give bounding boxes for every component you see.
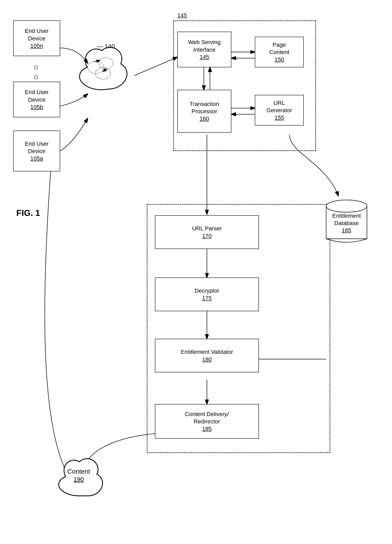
end-user-n-number: 105n bbox=[30, 43, 43, 49]
entitlement-validator-label: Entitlement Validator bbox=[181, 348, 233, 356]
content-label-group: Content 190 bbox=[67, 467, 90, 483]
entitlement-db-number: 165 bbox=[342, 227, 352, 233]
svg-point-16 bbox=[95, 68, 111, 79]
url-generator-label: URLGenerator bbox=[266, 99, 292, 114]
end-user-b-number: 105b bbox=[30, 104, 43, 110]
content-number: 190 bbox=[74, 476, 84, 483]
end-user-device-n-box: End UserDevice 105n bbox=[13, 20, 60, 56]
web-serving-interface-box: Web Serving Interface 145 bbox=[177, 32, 231, 67]
decryptor-box: Decryptor 175 bbox=[155, 278, 259, 311]
entitlement-db-label: EntitlementDatabase bbox=[332, 213, 361, 226]
end-user-device-b-box: End UserDevice 105b bbox=[13, 82, 60, 117]
page-content-number: 150 bbox=[275, 56, 284, 63]
end-user-a-number: 105a bbox=[30, 155, 43, 162]
content-delivery-number: 185 bbox=[202, 426, 212, 432]
device-dots: ○○ bbox=[34, 62, 39, 82]
network-ref: — 140 bbox=[97, 43, 115, 50]
url-parser-number: 170 bbox=[202, 233, 212, 239]
url-parser-label: URL Parser bbox=[192, 225, 222, 232]
entitlement-validator-number: 180 bbox=[202, 356, 212, 363]
server-group-ref: 145 bbox=[177, 12, 187, 19]
entitlement-validator-box: Entitlement Validator 180 bbox=[155, 339, 259, 373]
svg-point-14 bbox=[88, 61, 104, 73]
page-content-label: PageContent bbox=[269, 41, 289, 56]
svg-line-3 bbox=[134, 57, 177, 76]
end-user-a-label: End UserDevice bbox=[25, 140, 49, 155]
web-serving-label: Web Serving Interface bbox=[188, 39, 221, 53]
page-content-box: PageContent 150 bbox=[255, 37, 304, 67]
svg-point-15 bbox=[99, 58, 113, 69]
web-serving-number: 145 bbox=[200, 54, 209, 60]
transaction-processor-box: TransactionProcessor 160 bbox=[177, 90, 231, 133]
end-user-device-a-box: End UserDevice 105a bbox=[13, 130, 60, 171]
end-user-n-label: End UserDevice bbox=[25, 27, 49, 42]
url-generator-box: URLGenerator 155 bbox=[255, 95, 304, 125]
content-delivery-label: Content Delivery/Redirector bbox=[185, 411, 229, 426]
url-parser-box: URL Parser 170 bbox=[155, 215, 259, 249]
content-label: Content bbox=[67, 468, 90, 475]
transaction-processor-number: 160 bbox=[200, 116, 209, 122]
figure-label: FIG. 1 bbox=[16, 208, 40, 218]
content-delivery-box: Content Delivery/Redirector 185 bbox=[155, 404, 259, 439]
url-generator-number: 155 bbox=[275, 114, 284, 121]
decryptor-number: 175 bbox=[202, 295, 212, 302]
entitlement-database: EntitlementDatabase 165 bbox=[324, 196, 369, 247]
svg-point-20 bbox=[326, 200, 367, 212]
end-user-b-label: End UserDevice bbox=[25, 89, 49, 103]
transaction-processor-label: TransactionProcessor bbox=[190, 101, 219, 115]
network-cloud bbox=[73, 43, 130, 100]
decryptor-label: Decryptor bbox=[195, 287, 219, 295]
